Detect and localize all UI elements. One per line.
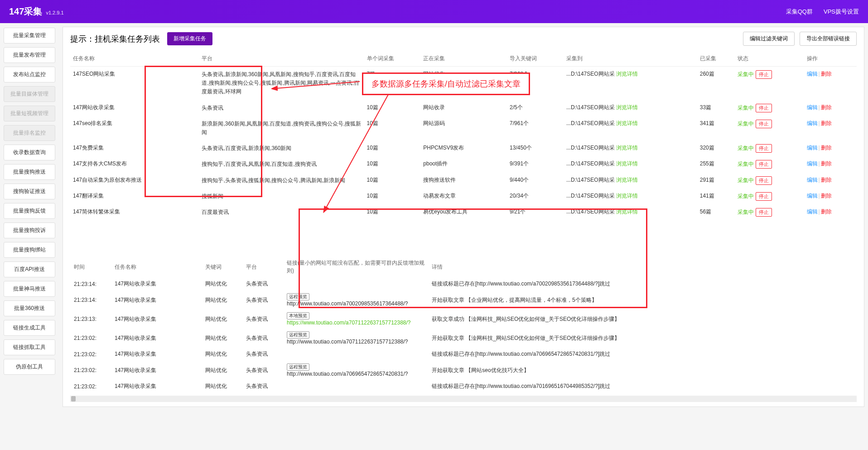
log-url[interactable]: http://www.toutiao.com/a7071122637157712… <box>287 339 408 345</box>
task-path: ...D:\147SEO网站采 浏览详情 <box>564 100 697 116</box>
browse-link[interactable]: 浏览详情 <box>616 104 638 111</box>
sidebar-item-1[interactable]: 批量发布管理 <box>4 47 55 63</box>
log-time: 21:23:14: <box>70 290 111 310</box>
task-collected: 56篇 <box>697 204 735 220</box>
page-title: 提示：挂机采集任务列表 <box>70 34 160 44</box>
stop-button[interactable]: 停止 <box>756 144 772 153</box>
edit-link[interactable]: 编辑 <box>807 145 818 151</box>
sidebar-item-14[interactable]: 批量360推送 <box>4 300 55 316</box>
sidebar-item-17[interactable]: 伪原创工具 <box>4 359 55 375</box>
task-name: 147自动采集为原创发布推送 <box>70 173 199 189</box>
log-link: 远程预览http://www.toutiao.com/a700209853561… <box>283 290 428 310</box>
edit-link[interactable]: 编辑 <box>807 71 818 77</box>
browse-link[interactable]: 浏览详情 <box>616 160 638 167</box>
horizontal-scrollbar[interactable] <box>70 396 857 402</box>
task-status: 采集中停止 <box>735 116 804 140</box>
edit-link[interactable]: 编辑 <box>807 104 818 111</box>
sidebar-item-7[interactable]: 批量搜狗推送 <box>4 164 55 180</box>
browse-link[interactable]: 浏览详情 <box>616 177 638 183</box>
header-link-vps[interactable]: VPS拨号设置 <box>824 8 859 16</box>
browse-link[interactable]: 浏览详情 <box>616 120 638 126</box>
sidebar-item-16[interactable]: 链接抓取工具 <box>4 339 55 355</box>
task-collected: 291篇 <box>697 173 735 189</box>
task-platform: 搜狐新闻 <box>199 189 364 204</box>
stop-button[interactable]: 停止 <box>756 208 772 217</box>
delete-link[interactable]: 删除 <box>821 208 832 215</box>
stop-button[interactable]: 停止 <box>756 192 772 201</box>
preview-button[interactable]: 本地预览 <box>287 312 309 319</box>
scrollbar-thumb[interactable] <box>71 396 76 402</box>
edit-link[interactable]: 编辑 <box>807 120 818 126</box>
delete-link[interactable]: 删除 <box>821 120 832 126</box>
task-path: ...D:\147SEO网站采 浏览详情 <box>564 156 697 172</box>
log-keyword: 网站优化 <box>202 277 242 290</box>
browse-link[interactable]: 浏览详情 <box>616 145 638 151</box>
task-ops: 编辑|删除 <box>804 156 857 172</box>
app-header: 147采集 v1.2.9.1 采集QQ群 VPS拨号设置 <box>0 0 868 23</box>
log-time: 21:23:02: <box>70 361 111 380</box>
export-errors-button[interactable]: 导出全部错误链接 <box>800 32 857 46</box>
task-collected: 260篇 <box>697 67 735 100</box>
delete-link[interactable]: 删除 <box>821 193 832 199</box>
log-link <box>283 380 428 393</box>
log-url[interactable]: http://www.toutiao.com/a7002098535617364… <box>287 300 408 307</box>
sidebar-item-4: 批量短视频管理 <box>4 106 55 121</box>
preview-button[interactable]: 远程预览 <box>287 363 309 371</box>
task-collecting: PHPCMSV9发布 <box>420 140 507 156</box>
stop-button[interactable]: 停止 <box>756 104 772 112</box>
stop-button[interactable]: 停止 <box>756 70 772 79</box>
log-table: 时间任务名称关键词平台链接(量小的网站可能没有匹配，如需要可群内反馈增加规则)详… <box>70 256 857 393</box>
browse-link[interactable]: 浏览详情 <box>616 208 638 215</box>
delete-link[interactable]: 删除 <box>821 160 832 167</box>
task-platform: 头条资讯 <box>199 100 364 116</box>
add-task-button[interactable]: 新增采集任务 <box>167 32 212 45</box>
log-url[interactable]: http://www.toutiao.com/a7069654728657420… <box>287 371 408 377</box>
stop-button[interactable]: 停止 <box>756 120 772 128</box>
task-collecting: 网站收录 <box>420 100 507 116</box>
sidebar-item-6[interactable]: 收录数据查询 <box>4 145 55 160</box>
delete-link[interactable]: 删除 <box>821 71 832 77</box>
edit-link[interactable]: 编辑 <box>807 193 818 199</box>
sidebar-item-13[interactable]: 批量神马推送 <box>4 281 55 297</box>
delete-link[interactable]: 删除 <box>821 145 832 151</box>
sidebar-item-15[interactable]: 链接生成工具 <box>4 320 55 336</box>
table-row: 147支持各大CMS发布搜狗知乎,百度资讯,凤凰新闻,百度知道,搜狗资讯10篇p… <box>70 156 857 172</box>
sidebar-item-11[interactable]: 批量搜狗绑站 <box>4 242 55 258</box>
task-path: ...D:\147SEO网站采 浏览详情 <box>564 189 697 204</box>
task-collected: 255篇 <box>697 156 735 172</box>
browse-link[interactable]: 浏览详情 <box>616 71 638 77</box>
log-platform: 头条资讯 <box>242 329 283 348</box>
sidebar-item-10[interactable]: 批量搜狗投诉 <box>4 223 55 238</box>
edit-filter-button[interactable]: 编辑过滤关键词 <box>743 32 795 46</box>
browse-link[interactable]: 浏览详情 <box>616 193 638 199</box>
task-path: ...D:\147SEO网站采 浏览详情 <box>564 116 697 140</box>
header-link-qq[interactable]: 采集QQ群 <box>786 8 813 16</box>
sidebar-item-8[interactable]: 搜狗验证推送 <box>4 184 55 199</box>
stop-button[interactable]: 停止 <box>756 160 772 169</box>
log-row: 21:23:02:147网站收录采集网站优化头条资讯远程预览http://www… <box>70 329 857 348</box>
task-collecting: 动易发布文章 <box>420 189 507 204</box>
delete-link[interactable]: 删除 <box>821 104 832 111</box>
sidebar-item-2[interactable]: 发布站点监控 <box>4 67 55 82</box>
sidebar-item-9[interactable]: 批量搜狗反馈 <box>4 203 55 219</box>
preview-button[interactable]: 远程预览 <box>287 293 309 300</box>
sidebar-item-0[interactable]: 批量采集管理 <box>4 28 55 44</box>
sidebar-item-12[interactable]: 百度API推送 <box>4 261 55 277</box>
edit-link[interactable]: 编辑 <box>807 208 818 215</box>
edit-link[interactable]: 编辑 <box>807 177 818 183</box>
task-name: 147网站收录采集 <box>70 100 199 116</box>
task-count: 10篇 <box>364 140 421 156</box>
task-header: 单个词采集 <box>364 51 421 67</box>
preview-button[interactable]: 远程预览 <box>287 331 309 339</box>
delete-link[interactable]: 删除 <box>821 177 832 183</box>
log-link: 远程预览http://www.toutiao.com/a707112263715… <box>283 329 428 348</box>
stop-button[interactable]: 停止 <box>756 176 772 185</box>
task-count: 10篇 <box>364 204 421 220</box>
log-url[interactable]: https://www.toutiao.com/a707112263715771… <box>287 319 411 326</box>
table-row: 147简体转繁体采集百度最资讯10篇易优eyou发布工具9/21个...D:\1… <box>70 204 857 220</box>
task-keywords: 2/5个 <box>507 100 564 116</box>
log-header: 链接(量小的网站可能没有匹配，如需要可群内反馈增加规则) <box>283 256 428 277</box>
log-platform: 头条资讯 <box>242 361 283 380</box>
edit-link[interactable]: 编辑 <box>807 160 818 167</box>
log-platform: 头条资讯 <box>242 348 283 361</box>
